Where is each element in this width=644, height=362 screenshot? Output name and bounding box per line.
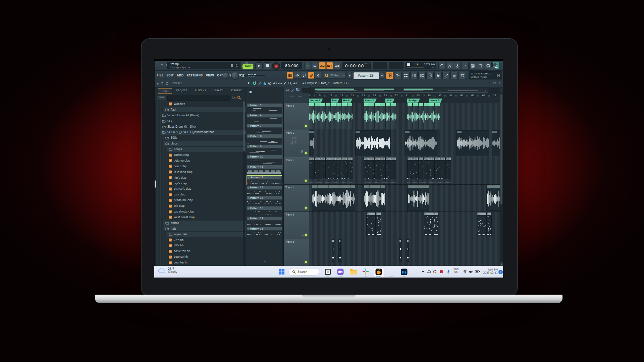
pattern-item-header[interactable]: ▤Pattern 8: [247, 134, 282, 138]
pattern-item-header[interactable]: ▤Pattern 14: [247, 186, 282, 190]
cart-tool-button[interactable]: [459, 72, 466, 79]
add-track-button[interactable]: +: [285, 95, 288, 98]
plugin-tool-button[interactable]: [434, 72, 442, 79]
undo-button[interactable]: [438, 62, 445, 69]
device-icon[interactable]: [439, 270, 443, 274]
audio-clip[interactable]: [492, 130, 500, 156]
overview-left-arrow[interactable]: ‹: [315, 89, 316, 91]
browser-item[interactable]: Wobbles: [169, 101, 253, 107]
menu-item-edit[interactable]: EDIT: [166, 74, 174, 77]
pattern-prev-button[interactable]: [347, 72, 352, 79]
clock-widget[interactable]: 4:04 PM2023-02-11: [482, 268, 498, 274]
midi-clip[interactable]: P: [433, 212, 438, 236]
pattern-item[interactable]: ▤Pattern 14: [247, 186, 282, 196]
playlist-grid[interactable]: Patt...n 18Patt...n 13Patt...17Patt. n 1…: [309, 103, 500, 266]
pattern-item-header[interactable]: ▤Pattern 10: [247, 155, 282, 159]
pattern-item[interactable]: ▤Pattern 10: [247, 155, 282, 165]
pattern-item[interactable]: ▤Pattern 6: [247, 114, 282, 124]
track-led[interactable]: [305, 152, 307, 154]
audio-clip[interactable]: [309, 130, 314, 156]
marker-hok[interactable]: Hok: [385, 99, 394, 103]
cloud-icon[interactable]: [427, 270, 431, 273]
browser-item[interactable]: oz's clap: [169, 192, 253, 197]
pencil-icon[interactable]: [291, 88, 294, 92]
magnet-icon[interactable]: [253, 81, 256, 85]
playlist-maximize[interactable]: □: [493, 81, 496, 84]
pattern-item-header[interactable]: ▤Pattern 18: [247, 227, 282, 231]
master-slider[interactable]: [241, 75, 265, 76]
sync-icon[interactable]: [433, 270, 437, 274]
browser-item[interactable]: 22's hh: [169, 237, 253, 243]
audio-clip-long[interactable]: [407, 185, 429, 211]
browser-tab-starred[interactable]: STARRED: [229, 88, 244, 93]
track-led[interactable]: [305, 261, 307, 263]
track-header-1[interactable]: Track 1: [284, 103, 309, 130]
marker-pre[interactable]: Pre: [331, 99, 339, 103]
pattern-clip[interactable]: Patt..17: [407, 158, 413, 179]
taskbar-app-folder-app[interactable]: [350, 268, 357, 276]
pattern-item[interactable]: ▤Pattern 7: [247, 124, 282, 134]
pattern-clip[interactable]: Patt. n 18: [336, 158, 341, 179]
pattern-item[interactable]: ▤Pattern 15: [247, 196, 282, 206]
pattern-item-header[interactable]: ▤Pattern 6: [247, 114, 282, 118]
grid-sha-toggle[interactable]: [287, 72, 293, 79]
pattern-clip[interactable]: Patt. n 14: [325, 158, 331, 179]
pattern-clip[interactable]: Patt. n 15: [364, 158, 369, 179]
timeline-ruler[interactable]: 5791113151719212325272931333537394143454…: [309, 93, 500, 99]
midi-clip[interactable]: Pa.: [477, 212, 486, 236]
pattern-item[interactable]: ▤Pattern 17: [247, 217, 282, 227]
collapse-arrow-icon[interactable]: ▲: [302, 234, 304, 236]
taskbar-app-notebook[interactable]: [324, 268, 331, 277]
menu-item-add[interactable]: ADD: [177, 74, 183, 77]
weather-widget[interactable]: 28°FCloudy: [158, 267, 177, 274]
pencil-icon[interactable]: [258, 81, 261, 85]
mic2-toggle[interactable]: [315, 72, 321, 79]
pattern-item-header[interactable]: ▤Pattern 9: [247, 144, 282, 148]
pattern-item[interactable]: ▤Pattern 5: [247, 103, 282, 113]
snap-selector[interactable]: 1/3 step▾: [324, 72, 346, 79]
doc-tool-button[interactable]: [426, 72, 434, 79]
lamp-tool-button[interactable]: [442, 72, 450, 79]
browser-tab-project[interactable]: PROJECT: [174, 88, 190, 93]
browser-item[interactable]: ottmar's clap: [169, 186, 253, 192]
transport-toggle-5[interactable]: Шϕ: [334, 62, 340, 69]
stop-button[interactable]: [264, 62, 271, 69]
browser-item[interactable]: Slaps Drum Kit - Slick: [162, 124, 246, 130]
search-pill[interactable]: Search: [288, 268, 319, 276]
pattern-item[interactable]: ▤Pattern 16: [247, 206, 282, 216]
pattern-item-header[interactable]: ▤Pattern 13: [247, 176, 282, 180]
marker-hook-3[interactable]: Hook 3: [429, 99, 442, 103]
browser-tab-plugins[interactable]: PLUGINS: [194, 88, 208, 93]
arrow-right-sm-icon[interactable]: [248, 81, 250, 84]
pattern-item-header[interactable]: ▤Pattern 7: [247, 124, 282, 128]
pattern-item[interactable]: ▤Pattern 9: [247, 144, 282, 155]
transport-toggle-2[interactable]: Ш: [312, 62, 318, 69]
browser-item[interactable]: nip's clap: [169, 175, 253, 181]
small-midi-clip[interactable]: [407, 239, 409, 262]
browser-item[interactable]: west coast clap: [169, 215, 253, 220]
chevron-up-icon[interactable]: [421, 270, 425, 273]
browser-item[interactable]: cactus clap: [169, 152, 253, 158]
tempo-display[interactable]: 80.000: [281, 62, 302, 69]
audio-clip[interactable]: [457, 130, 489, 156]
save-button[interactable]: [469, 62, 476, 69]
speaker-icon[interactable]: [293, 81, 297, 85]
record-button[interactable]: [272, 62, 280, 70]
track-led[interactable]: [305, 180, 307, 182]
browser-item[interactable]: claps▾: [165, 141, 249, 146]
browser-item[interactable]: top shotta clap: [169, 209, 253, 215]
pattern-clip[interactable]: Patt...n 18: [309, 158, 314, 179]
minimize-button[interactable]: —: [156, 64, 159, 67]
link-toggle[interactable]: [308, 72, 314, 79]
picker-scroll-thumb[interactable]: [282, 104, 283, 171]
midi-clip[interactable]: Pa.: [366, 212, 376, 236]
volume-icon[interactable]: [469, 270, 473, 274]
browser-item[interactable]: SLICK SH_T VOL.1 @slickmadethat▾: [162, 130, 246, 135]
battery-icon[interactable]: [475, 270, 480, 273]
collapse-arrow-icon[interactable]: ▾: [248, 142, 249, 145]
browser-item[interactable]: snaps: [169, 146, 253, 152]
overview-thumb[interactable]: [315, 88, 488, 93]
maximize-button[interactable]: □: [161, 64, 164, 67]
marker-bridge[interactable]: Bridge: [407, 99, 420, 103]
zoom-icon[interactable]: [288, 81, 292, 85]
